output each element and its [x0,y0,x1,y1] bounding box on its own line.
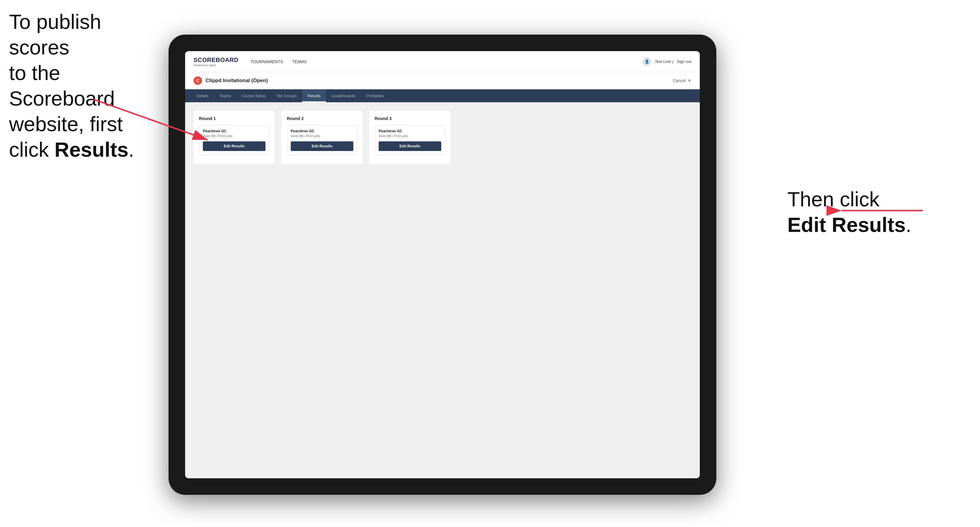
tab-results-label: Results [308,94,321,98]
nav-tournaments[interactable]: TOURNAMENTS [250,59,283,64]
arrow-to-results [78,84,229,151]
instruction-line1: To publish scores [9,10,101,59]
tab-printables-label: Printables [366,94,384,98]
logo-area: SCOREBOARD Powered by clippd [194,57,239,67]
user-avatar: 👤 [643,57,651,66]
tab-course-setup[interactable]: Course Setup [236,89,271,102]
logo-text: SCOREBOARD [194,57,239,63]
tab-tee-groups[interactable]: Tee Groups [271,89,302,102]
round-3-column: Round 3 Peachtree GC Gold (M) (7010 yds)… [369,111,450,164]
round-2-course-card: Peachtree GC Gold (M) (7010 yds) Edit Re… [287,125,357,155]
user-name: Test User | [655,59,673,64]
close-icon: ✕ [688,78,691,83]
tournament-title: Clippd Invitational (Open) [205,78,673,84]
tab-tee-groups-label: Tee Groups [277,94,297,98]
round-3-course-card: Peachtree GC Gold (M) (7010 yds) Edit Re… [375,125,445,155]
tab-course-setup-label: Course Setup [242,94,266,98]
tablet-screen: SCOREBOARD Powered by clippd TOURNAMENTS… [185,51,700,478]
sign-out-link[interactable]: Sign out [677,59,691,64]
round-2-edit-results-button[interactable]: Edit Results [291,141,353,151]
round-3-course-name: Peachtree GC [379,129,441,133]
round-2-title: Round 2 [287,116,357,121]
instruction-line4-normal: click [9,138,54,161]
content-area: Round 1 Peachtree GC Gold (M) (7010 yds)… [185,102,700,478]
tournament-header: C Clippd Invitational (Open) Cancel ✕ [185,72,700,89]
top-navigation: SCOREBOARD Powered by clippd TOURNAMENTS… [185,51,700,72]
tablet-device: SCOREBOARD Powered by clippd TOURNAMENTS… [169,35,716,495]
tab-bar: Details Teams Course Setup Tee Groups Re… [185,89,700,102]
tab-results[interactable]: Results [302,89,326,102]
nav-links: TOURNAMENTS TEAMS [250,59,643,64]
nav-teams[interactable]: TEAMS [292,59,306,64]
tab-printables[interactable]: Printables [361,89,389,102]
tournament-icon: C [194,76,202,85]
tab-leaderboards[interactable]: Leaderboards [326,89,361,102]
svg-line-1 [93,99,208,140]
cancel-label: Cancel [673,78,686,83]
round-3-title: Round 3 [375,116,445,121]
rounds-grid: Round 1 Peachtree GC Gold (M) (7010 yds)… [194,111,691,164]
tab-leaderboards-label: Leaderboards [331,94,355,98]
round-2-course-details: Gold (M) (7010 yds) [291,134,353,138]
cancel-button[interactable]: Cancel ✕ [673,78,691,83]
nav-right: 👤 Test User | Sign out [643,57,691,66]
logo-sub: Powered by clippd [194,64,239,67]
round-3-course-details: Gold (M) (7010 yds) [379,134,441,138]
round-2-course-name: Peachtree GC [291,129,353,133]
round-2-column: Round 2 Peachtree GC Gold (M) (7010 yds)… [282,111,363,164]
round-3-edit-results-button[interactable]: Edit Results [379,141,441,151]
arrow-to-edit-results [832,192,941,229]
